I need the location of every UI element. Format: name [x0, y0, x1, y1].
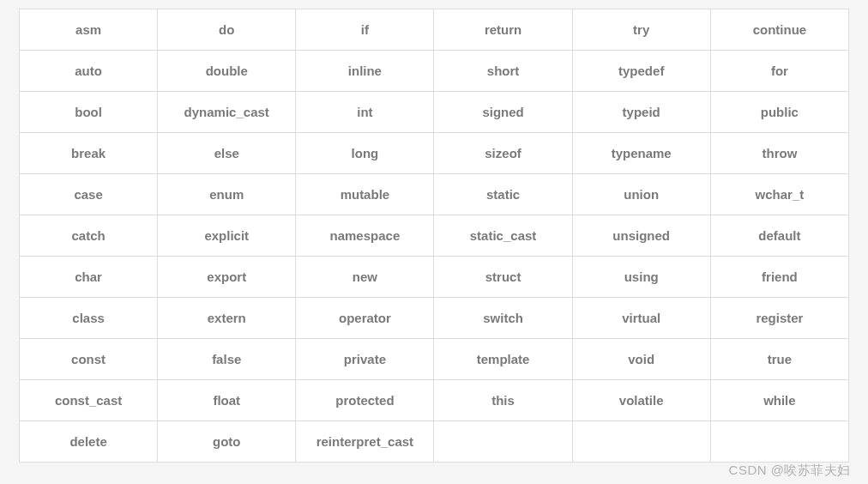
table-row: const false private template void true	[20, 339, 849, 380]
keyword-cell: typename	[572, 133, 710, 174]
keyword-cell: throw	[710, 133, 848, 174]
keyword-cell: float	[158, 380, 296, 421]
table-row: char export new struct using friend	[20, 257, 849, 298]
keyword-cell: using	[572, 257, 710, 298]
keyword-cell: asm	[20, 9, 158, 51]
keyword-cell: short	[434, 51, 572, 92]
keyword-cell: case	[20, 174, 158, 215]
keyword-cell: inline	[296, 51, 434, 92]
keyword-cell: virtual	[572, 298, 710, 339]
keyword-cell: continue	[710, 9, 848, 51]
keyword-cell: union	[572, 174, 710, 215]
table-row: const_cast float protected this volatile…	[20, 380, 849, 421]
keyword-cell: return	[434, 9, 572, 51]
keyword-cell: catch	[20, 215, 158, 257]
keyword-cell: friend	[710, 257, 848, 298]
keyword-cell: typeid	[572, 92, 710, 133]
keyword-cell: explicit	[158, 215, 296, 257]
table-row: asm do if return try continue	[20, 9, 849, 51]
keyword-cell: auto	[20, 51, 158, 92]
keyword-cell: template	[434, 339, 572, 380]
keyword-cell: volatile	[572, 380, 710, 421]
keyword-cell: do	[158, 9, 296, 51]
keyword-cell: true	[710, 339, 848, 380]
keyword-cell: delete	[20, 421, 158, 463]
keyword-cell: private	[296, 339, 434, 380]
keyword-cell: long	[296, 133, 434, 174]
keywords-table: asm do if return try continue auto doubl…	[19, 9, 849, 463]
keyword-cell: static_cast	[434, 215, 572, 257]
keyword-cell: unsigned	[572, 215, 710, 257]
table-row: case enum mutable static union wchar_t	[20, 174, 849, 215]
keyword-cell: mutable	[296, 174, 434, 215]
keyword-cell: false	[158, 339, 296, 380]
keyword-cell: switch	[434, 298, 572, 339]
keyword-cell: try	[572, 9, 710, 51]
keyword-cell: for	[710, 51, 848, 92]
keyword-cell: operator	[296, 298, 434, 339]
keyword-cell: signed	[434, 92, 572, 133]
table-row: catch explicit namespace static_cast uns…	[20, 215, 849, 257]
keyword-cell: struct	[434, 257, 572, 298]
keyword-cell	[434, 421, 572, 463]
keywords-tbody: asm do if return try continue auto doubl…	[20, 9, 849, 463]
keyword-cell: class	[20, 298, 158, 339]
keyword-cell: wchar_t	[710, 174, 848, 215]
keyword-cell: namespace	[296, 215, 434, 257]
keyword-cell: static	[434, 174, 572, 215]
keyword-cell: default	[710, 215, 848, 257]
table-row: class extern operator switch virtual reg…	[20, 298, 849, 339]
keyword-cell: void	[572, 339, 710, 380]
keyword-cell: this	[434, 380, 572, 421]
keyword-cell: public	[710, 92, 848, 133]
keyword-cell: protected	[296, 380, 434, 421]
keyword-cell: char	[20, 257, 158, 298]
keyword-cell: break	[20, 133, 158, 174]
keyword-cell: new	[296, 257, 434, 298]
keyword-cell: reinterpret_cast	[296, 421, 434, 463]
keyword-cell: if	[296, 9, 434, 51]
keyword-cell: int	[296, 92, 434, 133]
keyword-cell: goto	[158, 421, 296, 463]
keyword-cell: export	[158, 257, 296, 298]
keyword-cell: const	[20, 339, 158, 380]
keyword-cell: enum	[158, 174, 296, 215]
keyword-cell: while	[710, 380, 848, 421]
table-row: auto double inline short typedef for	[20, 51, 849, 92]
watermark-text: CSDN @唉苏菲夫妇	[729, 463, 851, 479]
keyword-cell: sizeof	[434, 133, 572, 174]
keyword-cell: extern	[158, 298, 296, 339]
keyword-cell: double	[158, 51, 296, 92]
keyword-cell: const_cast	[20, 380, 158, 421]
keyword-cell: bool	[20, 92, 158, 133]
keyword-cell: dynamic_cast	[158, 92, 296, 133]
keyword-cell	[572, 421, 710, 463]
keyword-cell: else	[158, 133, 296, 174]
table-row: break else long sizeof typename throw	[20, 133, 849, 174]
keyword-cell: typedef	[572, 51, 710, 92]
table-row: bool dynamic_cast int signed typeid publ…	[20, 92, 849, 133]
keyword-cell: register	[710, 298, 848, 339]
table-row: delete goto reinterpret_cast	[20, 421, 849, 463]
keyword-cell	[710, 421, 848, 463]
